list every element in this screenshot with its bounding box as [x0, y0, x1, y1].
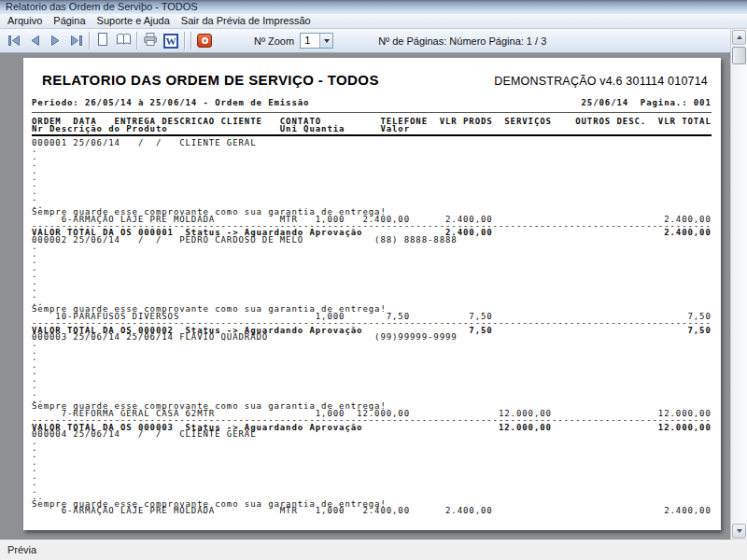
- report-line: .: [32, 161, 715, 167]
- single-page-view-button[interactable]: [92, 31, 113, 51]
- statusbar: Prévia: [0, 539, 747, 560]
- first-page-icon: [7, 33, 21, 49]
- last-page-icon: [69, 33, 83, 49]
- report-line: .: [32, 341, 715, 347]
- toolbar-separator: [136, 32, 137, 49]
- vertical-scrollbar[interactable]: [730, 29, 747, 539]
- report-line: .: [32, 362, 715, 369]
- report-rule: [32, 133, 715, 139]
- scroll-up-icon: [737, 35, 742, 39]
- report-line: .: [32, 189, 715, 195]
- window-title: Relatorio das Ordem de Serviþo - TODOS: [6, 1, 198, 12]
- report-line: .: [32, 376, 715, 383]
- report-line: .: [32, 473, 715, 480]
- report-lines: Periodo: 26/05/14 à 25/06/14 - Ordem de …: [32, 100, 715, 514]
- report-page: RELATORIO DAS ORDEM DE SERVIÇO - TODOS D…: [23, 58, 721, 530]
- status-text: Prévia: [7, 544, 36, 555]
- scroll-down-icon: [737, 529, 742, 533]
- zoom-value: 1: [301, 34, 319, 48]
- menu-pagina[interactable]: Página: [48, 14, 91, 28]
- report-line: .: [32, 459, 715, 466]
- report-line: .: [32, 251, 715, 258]
- export-word-button[interactable]: W: [161, 31, 181, 51]
- toolbar-separator: [190, 32, 191, 49]
- report-line: .: [32, 383, 715, 389]
- pages-info: Nº de Páginas: Número Página: 1 / 3: [378, 35, 546, 47]
- print-button[interactable]: [140, 31, 161, 51]
- first-page-button[interactable]: [4, 31, 24, 51]
- scrollbar-thumb[interactable]: [732, 47, 746, 64]
- report-line: .: [32, 439, 715, 445]
- report-version: DEMONSTRAÇÃO v4.6 301114 010714: [494, 75, 708, 88]
- report-line: .: [32, 292, 715, 299]
- report-line: .: [32, 480, 715, 486]
- report-line: .: [32, 445, 715, 452]
- menu-sair-previa[interactable]: Sair da Prévia de Impressão: [176, 14, 317, 28]
- previous-page-button[interactable]: [24, 31, 45, 51]
- report-line: Nr Descrição do Produto Uni Quantia Valo…: [32, 126, 715, 133]
- report-line: 6-ARMAÇÃO LAJE PRE MOLDADA MTR 1,000 2.4…: [32, 508, 715, 514]
- chevron-down-icon[interactable]: [319, 34, 332, 48]
- zoom-label: Nº Zoom: [254, 35, 294, 47]
- report-line: .: [32, 279, 715, 286]
- previous-page-icon: [29, 33, 41, 49]
- report-line: 000001 25/06/14 / / CLIENTE GERAL: [32, 140, 715, 147]
- report-line: 000003 25/06/14 25/06/14 FLAVIO QUADRADO…: [32, 334, 715, 341]
- report-line: .: [32, 175, 715, 181]
- report-line: .: [32, 265, 715, 272]
- close-preview-button[interactable]: [194, 31, 215, 51]
- single-page-icon: [95, 32, 110, 50]
- report-line: .: [32, 181, 715, 188]
- scroll-up-button[interactable]: [732, 30, 746, 45]
- report-rule: [32, 106, 715, 119]
- report-line: Periodo: 26/05/14 à 25/06/14 - Ordem de …: [32, 100, 715, 106]
- preview-area: RELATORIO DAS ORDEM DE SERVIÇO - TODOS D…: [0, 54, 730, 539]
- printer-icon: [143, 32, 158, 50]
- report-line: .: [32, 348, 715, 355]
- zoom-select[interactable]: 1: [300, 33, 333, 49]
- report-header: RELATORIO DAS ORDEM DE SERVIÇO - TODOS D…: [42, 72, 708, 88]
- menu-suporte-ajuda[interactable]: Suporte e Ajuda: [92, 14, 176, 28]
- next-page-icon: [49, 33, 62, 49]
- report-line: .: [32, 244, 715, 250]
- report-line: .: [32, 272, 715, 278]
- menu-arquivo[interactable]: Arquivo: [2, 14, 48, 28]
- report-line: .: [32, 286, 715, 292]
- scroll-down-button[interactable]: [732, 524, 746, 539]
- two-page-icon: [116, 33, 132, 49]
- close-preview-icon: [197, 34, 212, 48]
- toolbar-separator: [184, 32, 185, 49]
- report-line: .: [32, 154, 715, 161]
- report-line: .: [32, 195, 715, 202]
- report-line: 000002 25/06/14 / / PEDRO CARDOSO DE MEL…: [32, 237, 715, 244]
- report-line: .: [32, 355, 715, 361]
- next-page-button[interactable]: [45, 31, 65, 51]
- report-line: .: [32, 147, 715, 153]
- menubar: Arquivo Página Suporte e Ajuda Sair da P…: [0, 14, 747, 29]
- two-page-view-button[interactable]: [113, 31, 134, 51]
- report-line: .: [32, 258, 715, 264]
- report-line: .: [32, 390, 715, 397]
- toolbar-separator: [89, 32, 90, 49]
- export-word-icon: W: [163, 34, 178, 49]
- last-page-button[interactable]: [65, 31, 86, 51]
- report-line: 000004 25/06/14 / / CLIENTE GERAL: [32, 431, 715, 438]
- report-line: .: [32, 369, 715, 375]
- report-title: RELATORIO DAS ORDEM DE SERVIÇO - TODOS: [42, 72, 379, 88]
- report-line: .: [32, 466, 715, 472]
- report-line: .: [32, 487, 715, 494]
- titlebar: Relatorio das Ordem de Serviþo - TODOS: [0, 0, 747, 14]
- report-line: .: [32, 452, 715, 458]
- toolbar: W Nº Zoom 1 Nº de Páginas: Número Página…: [0, 29, 730, 53]
- report-line: .: [32, 168, 715, 175]
